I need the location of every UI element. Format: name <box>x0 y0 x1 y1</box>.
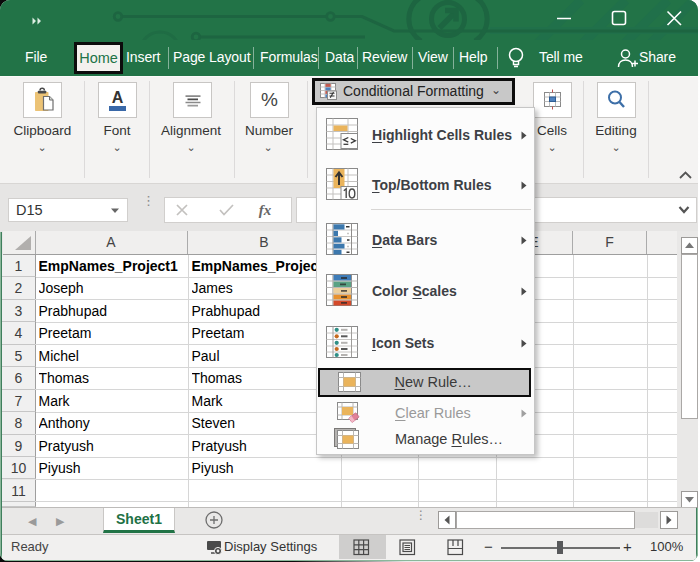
svg-text:A: A <box>112 89 124 106</box>
svg-text:%: % <box>261 89 278 110</box>
svg-text:fx: fx <box>259 202 272 218</box>
